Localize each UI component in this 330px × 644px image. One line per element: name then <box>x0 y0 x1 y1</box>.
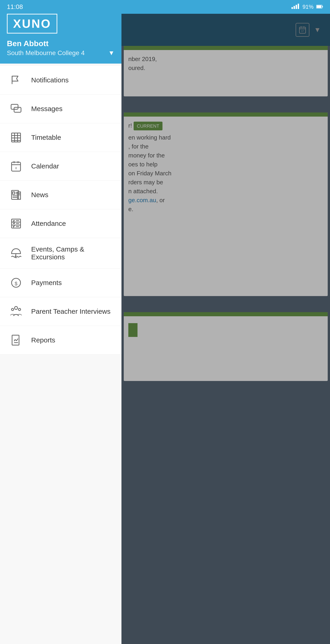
timetable-icon <box>9 130 23 144</box>
notifications-label: Notifications <box>31 76 68 84</box>
attendance-label: Attendance <box>31 220 66 228</box>
sidebar-item-timetable[interactable]: Timetable <box>0 123 122 152</box>
svg-rect-46 <box>296 5 297 9</box>
news-icon <box>9 188 23 202</box>
sidebar-item-payments[interactable]: $ Payments <box>0 268 122 297</box>
sidebar-item-messages[interactable]: Messages <box>0 94 122 123</box>
svg-point-40 <box>11 308 14 311</box>
flag-icon <box>9 73 23 87</box>
attendance-icon <box>9 217 23 230</box>
school-row[interactable]: South Melbourne College 4 ▼ <box>7 49 115 57</box>
svg-text:$: $ <box>15 281 17 286</box>
svg-rect-7 <box>14 108 21 112</box>
svg-rect-20 <box>12 192 15 194</box>
svg-point-41 <box>18 308 21 311</box>
pti-icon <box>9 304 23 318</box>
reports-icon <box>9 333 23 347</box>
events-label: Events, Camps & Excursions <box>31 245 112 261</box>
sidebar-item-pti[interactable]: Parent Teacher Interviews <box>0 297 122 326</box>
sidebar-item-notifications[interactable]: Notifications <box>0 66 122 94</box>
svg-rect-44 <box>292 7 293 9</box>
svg-rect-50 <box>317 6 322 8</box>
reports-label: Reports <box>31 336 55 344</box>
sidebar-item-attendance[interactable]: Attendance <box>0 209 122 238</box>
pti-label: Parent Teacher Interviews <box>31 308 111 315</box>
sidebar-item-calendar[interactable]: 8 Calendar <box>0 152 122 180</box>
school-name: South Melbourne College 4 <box>7 49 85 57</box>
xuno-logo-text: XUNO <box>13 17 51 30</box>
sidebar-drawer: XUNO Ben Abbott South Melbourne College … <box>0 0 122 644</box>
battery-icon <box>316 4 323 10</box>
nav-list: Notifications Messages <box>0 64 122 644</box>
svg-rect-45 <box>294 6 295 9</box>
calendar-icon: 8 <box>9 159 23 173</box>
drawer-overlay[interactable] <box>122 0 330 644</box>
events-icon <box>9 246 23 260</box>
messages-icon <box>9 102 23 116</box>
status-bar: 11:08 91% <box>0 0 330 14</box>
battery-percent: 91% <box>303 4 314 10</box>
svg-rect-49 <box>322 6 323 7</box>
sidebar-item-news[interactable]: News <box>0 180 122 209</box>
timetable-label: Timetable <box>31 134 61 142</box>
user-name: Ben Abbott <box>7 39 115 48</box>
school-dropdown-icon[interactable]: ▼ <box>108 49 115 57</box>
payments-icon: $ <box>9 276 23 290</box>
payments-label: Payments <box>31 279 62 287</box>
status-time: 11:08 <box>7 3 23 10</box>
xuno-logo: XUNO <box>7 14 57 34</box>
svg-text:8: 8 <box>15 166 17 170</box>
sidebar-item-reports[interactable]: Reports <box>0 326 122 354</box>
calendar-label: Calendar <box>31 162 59 170</box>
messages-label: Messages <box>31 105 63 113</box>
svg-rect-47 <box>298 4 299 9</box>
news-label: News <box>31 191 48 199</box>
signal-icon <box>292 4 300 10</box>
status-icons: 91% <box>292 4 323 10</box>
svg-rect-6 <box>11 104 18 110</box>
sidebar-item-events[interactable]: Events, Camps & Excursions <box>0 238 122 268</box>
svg-point-39 <box>15 306 18 310</box>
